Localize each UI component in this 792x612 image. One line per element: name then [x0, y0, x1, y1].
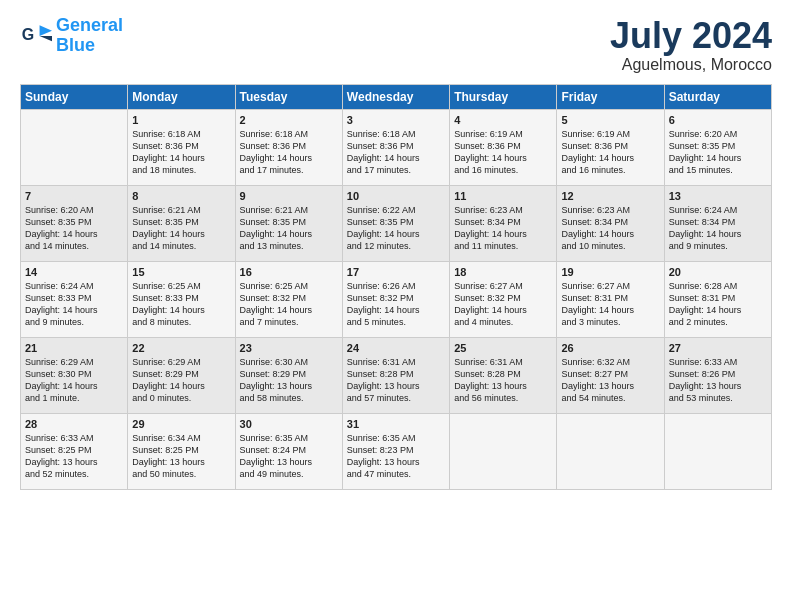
day-number: 19 — [561, 266, 659, 278]
day-number: 10 — [347, 190, 445, 202]
weekday-header-thursday: Thursday — [450, 84, 557, 109]
calendar-week-2: 7Sunrise: 6:20 AM Sunset: 8:35 PM Daylig… — [21, 185, 772, 261]
calendar-cell: 8Sunrise: 6:21 AM Sunset: 8:35 PM Daylig… — [128, 185, 235, 261]
day-info: Sunrise: 6:19 AM Sunset: 8:36 PM Dayligh… — [561, 128, 659, 177]
calendar-cell — [557, 413, 664, 489]
svg-text:G: G — [22, 25, 34, 42]
day-info: Sunrise: 6:18 AM Sunset: 8:36 PM Dayligh… — [132, 128, 230, 177]
day-info: Sunrise: 6:29 AM Sunset: 8:29 PM Dayligh… — [132, 356, 230, 405]
calendar-cell — [664, 413, 771, 489]
day-number: 5 — [561, 114, 659, 126]
calendar-cell: 24Sunrise: 6:31 AM Sunset: 8:28 PM Dayli… — [342, 337, 449, 413]
calendar-cell: 17Sunrise: 6:26 AM Sunset: 8:32 PM Dayli… — [342, 261, 449, 337]
day-number: 9 — [240, 190, 338, 202]
day-number: 1 — [132, 114, 230, 126]
calendar-table: SundayMondayTuesdayWednesdayThursdayFrid… — [20, 84, 772, 490]
day-number: 16 — [240, 266, 338, 278]
calendar-cell: 7Sunrise: 6:20 AM Sunset: 8:35 PM Daylig… — [21, 185, 128, 261]
day-info: Sunrise: 6:27 AM Sunset: 8:31 PM Dayligh… — [561, 280, 659, 329]
day-info: Sunrise: 6:24 AM Sunset: 8:34 PM Dayligh… — [669, 204, 767, 253]
day-info: Sunrise: 6:25 AM Sunset: 8:33 PM Dayligh… — [132, 280, 230, 329]
calendar-week-4: 21Sunrise: 6:29 AM Sunset: 8:30 PM Dayli… — [21, 337, 772, 413]
weekday-header-wednesday: Wednesday — [342, 84, 449, 109]
day-number: 29 — [132, 418, 230, 430]
day-number: 8 — [132, 190, 230, 202]
header: G General Blue July 2024 Aguelmous, Moro… — [20, 16, 772, 74]
day-number: 23 — [240, 342, 338, 354]
weekday-header-friday: Friday — [557, 84, 664, 109]
weekday-header-tuesday: Tuesday — [235, 84, 342, 109]
logo: G General Blue — [20, 16, 123, 56]
logo-text: General Blue — [56, 16, 123, 56]
day-info: Sunrise: 6:34 AM Sunset: 8:25 PM Dayligh… — [132, 432, 230, 481]
calendar-cell — [21, 109, 128, 185]
day-info: Sunrise: 6:30 AM Sunset: 8:29 PM Dayligh… — [240, 356, 338, 405]
calendar-cell: 23Sunrise: 6:30 AM Sunset: 8:29 PM Dayli… — [235, 337, 342, 413]
day-info: Sunrise: 6:20 AM Sunset: 8:35 PM Dayligh… — [669, 128, 767, 177]
title-block: July 2024 Aguelmous, Morocco — [610, 16, 772, 74]
calendar-cell: 26Sunrise: 6:32 AM Sunset: 8:27 PM Dayli… — [557, 337, 664, 413]
day-info: Sunrise: 6:35 AM Sunset: 8:24 PM Dayligh… — [240, 432, 338, 481]
day-info: Sunrise: 6:23 AM Sunset: 8:34 PM Dayligh… — [561, 204, 659, 253]
calendar-cell: 5Sunrise: 6:19 AM Sunset: 8:36 PM Daylig… — [557, 109, 664, 185]
day-number: 17 — [347, 266, 445, 278]
weekday-header-monday: Monday — [128, 84, 235, 109]
day-info: Sunrise: 6:18 AM Sunset: 8:36 PM Dayligh… — [347, 128, 445, 177]
calendar-cell: 6Sunrise: 6:20 AM Sunset: 8:35 PM Daylig… — [664, 109, 771, 185]
day-info: Sunrise: 6:31 AM Sunset: 8:28 PM Dayligh… — [454, 356, 552, 405]
day-info: Sunrise: 6:24 AM Sunset: 8:33 PM Dayligh… — [25, 280, 123, 329]
day-info: Sunrise: 6:28 AM Sunset: 8:31 PM Dayligh… — [669, 280, 767, 329]
day-info: Sunrise: 6:21 AM Sunset: 8:35 PM Dayligh… — [240, 204, 338, 253]
day-number: 15 — [132, 266, 230, 278]
calendar-cell: 20Sunrise: 6:28 AM Sunset: 8:31 PM Dayli… — [664, 261, 771, 337]
calendar-week-5: 28Sunrise: 6:33 AM Sunset: 8:25 PM Dayli… — [21, 413, 772, 489]
weekday-header-saturday: Saturday — [664, 84, 771, 109]
day-info: Sunrise: 6:25 AM Sunset: 8:32 PM Dayligh… — [240, 280, 338, 329]
day-info: Sunrise: 6:23 AM Sunset: 8:34 PM Dayligh… — [454, 204, 552, 253]
calendar-cell: 18Sunrise: 6:27 AM Sunset: 8:32 PM Dayli… — [450, 261, 557, 337]
calendar-cell: 2Sunrise: 6:18 AM Sunset: 8:36 PM Daylig… — [235, 109, 342, 185]
day-number: 12 — [561, 190, 659, 202]
day-info: Sunrise: 6:33 AM Sunset: 8:26 PM Dayligh… — [669, 356, 767, 405]
day-number: 3 — [347, 114, 445, 126]
calendar-cell: 16Sunrise: 6:25 AM Sunset: 8:32 PM Dayli… — [235, 261, 342, 337]
day-number: 30 — [240, 418, 338, 430]
calendar-week-3: 14Sunrise: 6:24 AM Sunset: 8:33 PM Dayli… — [21, 261, 772, 337]
calendar-cell: 15Sunrise: 6:25 AM Sunset: 8:33 PM Dayli… — [128, 261, 235, 337]
weekday-header-sunday: Sunday — [21, 84, 128, 109]
day-info: Sunrise: 6:19 AM Sunset: 8:36 PM Dayligh… — [454, 128, 552, 177]
day-number: 18 — [454, 266, 552, 278]
logo-blue: Blue — [56, 35, 95, 55]
calendar-cell: 30Sunrise: 6:35 AM Sunset: 8:24 PM Dayli… — [235, 413, 342, 489]
calendar-cell: 13Sunrise: 6:24 AM Sunset: 8:34 PM Dayli… — [664, 185, 771, 261]
day-number: 21 — [25, 342, 123, 354]
calendar-cell: 29Sunrise: 6:34 AM Sunset: 8:25 PM Dayli… — [128, 413, 235, 489]
month-title: July 2024 — [610, 16, 772, 56]
location: Aguelmous, Morocco — [610, 56, 772, 74]
calendar-cell: 12Sunrise: 6:23 AM Sunset: 8:34 PM Dayli… — [557, 185, 664, 261]
calendar-cell: 11Sunrise: 6:23 AM Sunset: 8:34 PM Dayli… — [450, 185, 557, 261]
day-number: 6 — [669, 114, 767, 126]
calendar-cell: 1Sunrise: 6:18 AM Sunset: 8:36 PM Daylig… — [128, 109, 235, 185]
day-number: 14 — [25, 266, 123, 278]
day-number: 4 — [454, 114, 552, 126]
day-info: Sunrise: 6:31 AM Sunset: 8:28 PM Dayligh… — [347, 356, 445, 405]
day-info: Sunrise: 6:21 AM Sunset: 8:35 PM Dayligh… — [132, 204, 230, 253]
day-number: 27 — [669, 342, 767, 354]
day-number: 22 — [132, 342, 230, 354]
day-info: Sunrise: 6:35 AM Sunset: 8:23 PM Dayligh… — [347, 432, 445, 481]
day-number: 2 — [240, 114, 338, 126]
day-number: 11 — [454, 190, 552, 202]
calendar-cell: 25Sunrise: 6:31 AM Sunset: 8:28 PM Dayli… — [450, 337, 557, 413]
day-info: Sunrise: 6:26 AM Sunset: 8:32 PM Dayligh… — [347, 280, 445, 329]
calendar-cell: 31Sunrise: 6:35 AM Sunset: 8:23 PM Dayli… — [342, 413, 449, 489]
day-info: Sunrise: 6:18 AM Sunset: 8:36 PM Dayligh… — [240, 128, 338, 177]
day-info: Sunrise: 6:29 AM Sunset: 8:30 PM Dayligh… — [25, 356, 123, 405]
calendar-cell: 10Sunrise: 6:22 AM Sunset: 8:35 PM Dayli… — [342, 185, 449, 261]
calendar-cell: 4Sunrise: 6:19 AM Sunset: 8:36 PM Daylig… — [450, 109, 557, 185]
calendar-cell: 3Sunrise: 6:18 AM Sunset: 8:36 PM Daylig… — [342, 109, 449, 185]
logo-icon: G — [20, 20, 52, 52]
day-number: 25 — [454, 342, 552, 354]
day-info: Sunrise: 6:27 AM Sunset: 8:32 PM Dayligh… — [454, 280, 552, 329]
day-number: 31 — [347, 418, 445, 430]
